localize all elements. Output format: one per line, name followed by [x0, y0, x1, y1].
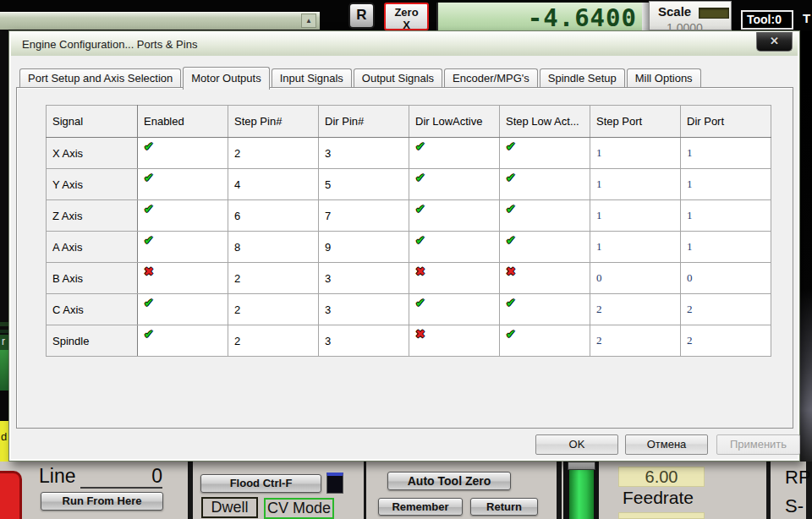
cell-step-port[interactable]: 0 — [590, 263, 681, 294]
row-label: Y Axis — [47, 169, 138, 200]
cell-step-low-active[interactable]: ✔ — [500, 169, 590, 200]
feedrate-label: Feedrate — [623, 488, 694, 508]
column-header-enabled: Enabled — [138, 106, 228, 138]
clipped-button-green-dark[interactable]: r — [0, 335, 8, 350]
cell-dir-low-active[interactable]: ✔ — [409, 232, 500, 263]
cell-step-pin[interactable]: 2 — [228, 138, 319, 169]
cell-step-low-active[interactable]: ✖ — [500, 263, 590, 294]
remember-button[interactable]: Remember — [378, 498, 463, 516]
cell-dir-low-active[interactable]: ✔ — [409, 294, 500, 325]
cell-step-low-active[interactable]: ✔ — [500, 294, 590, 325]
cell-dir-low-active[interactable]: ✖ — [409, 325, 500, 357]
clipped-sov-label: S-o — [785, 495, 812, 519]
x-axis-dro[interactable]: -4.6400 — [436, 3, 642, 30]
run-from-here-button[interactable]: Run From Here — [41, 492, 163, 511]
cell-dir-pin[interactable]: 3 — [319, 138, 409, 169]
step-low-active-check-icon: ✔ — [506, 296, 516, 309]
line-number-dro[interactable]: 0 — [144, 465, 162, 488]
return-button[interactable]: Return — [470, 498, 538, 516]
cell-enabled[interactable]: ✔ — [138, 232, 228, 263]
feedrate-slider-bar[interactable] — [569, 470, 594, 519]
ref-r-button[interactable]: R — [348, 3, 375, 29]
zero-x-label-line1: Zero — [386, 6, 427, 19]
cell-enabled[interactable]: ✔ — [138, 294, 228, 325]
cell-step-pin[interactable]: 2 — [228, 294, 319, 325]
cell-step-port[interactable]: 2 — [590, 294, 681, 325]
gcode-scrollbar-track[interactable] — [0, 12, 320, 30]
tab-encoder-mpgs[interactable]: Encoder/MPG's — [444, 68, 538, 88]
close-button[interactable]: ✕ — [756, 32, 793, 52]
cell-dir-port[interactable]: 2 — [681, 294, 771, 325]
dialog-title: Engine Configuration... Ports & Pins — [22, 38, 197, 51]
cell-dir-pin[interactable]: 3 — [319, 263, 409, 294]
cell-step-low-active[interactable]: ✔ — [500, 232, 590, 263]
cell-step-port[interactable]: 1 — [590, 232, 681, 263]
flood-button[interactable]: Flood Ctrl-F — [200, 474, 321, 493]
tab-spindle-setup[interactable]: Spindle Setup — [540, 68, 625, 88]
column-header-signal: Signal — [47, 106, 138, 138]
cell-dir-pin[interactable]: 3 — [319, 294, 409, 325]
cell-step-port[interactable]: 1 — [590, 169, 681, 200]
motor-outputs-page: SignalEnabledStep Pin#Dir Pin#Dir LowAct… — [16, 87, 793, 429]
cell-dir-pin[interactable]: 3 — [319, 325, 409, 357]
right-edge-strip — [800, 30, 812, 462]
table-row-x-axis: X Axis✔23✔✔11 — [47, 138, 771, 169]
dialog-titlebar[interactable]: Engine Configuration... Ports & Pins — [11, 33, 798, 56]
cell-dir-port[interactable]: 1 — [681, 169, 771, 200]
ports-and-pins-dialog: Engine Configuration... Ports & Pins ✕ P… — [8, 30, 800, 462]
column-header-dir-port: Dir Port — [681, 106, 771, 138]
cell-step-pin[interactable]: 6 — [228, 200, 319, 232]
cell-step-pin[interactable]: 2 — [228, 325, 319, 357]
cell-dir-low-active[interactable]: ✔ — [409, 138, 500, 169]
cell-dir-pin[interactable]: 5 — [319, 169, 409, 200]
cell-enabled[interactable]: ✔ — [138, 325, 228, 357]
tool-number-display: Tool:0 — [741, 10, 793, 30]
cell-dir-port[interactable]: 2 — [681, 325, 771, 357]
cell-step-low-active[interactable]: ✔ — [500, 325, 590, 357]
cv-mode-indicator: CV Mode — [264, 498, 334, 519]
cell-step-port[interactable]: 1 — [590, 138, 681, 169]
cell-dir-port[interactable]: 1 — [681, 232, 771, 263]
cell-step-pin[interactable]: 8 — [228, 232, 319, 263]
cell-dir-low-active[interactable]: ✖ — [409, 263, 500, 294]
cell-dir-port[interactable]: 1 — [681, 200, 771, 232]
cell-enabled[interactable]: ✔ — [138, 169, 228, 200]
cell-enabled[interactable]: ✖ — [138, 263, 228, 294]
auto-tool-zero-button[interactable]: Auto Tool Zero — [387, 472, 511, 490]
cell-dir-port[interactable]: 1 — [681, 138, 771, 169]
cell-dir-port[interactable]: 0 — [681, 263, 771, 294]
cell-enabled[interactable]: ✔ — [138, 200, 228, 232]
panel-divider — [364, 462, 366, 519]
clipped-button-green[interactable] — [0, 350, 8, 391]
tab-mill-options[interactable]: Mill Options — [627, 68, 701, 88]
cancel-button[interactable]: Отмена — [625, 434, 708, 455]
cell-step-port[interactable]: 1 — [590, 200, 681, 232]
scale-value[interactable]: 1.0000 — [667, 21, 703, 30]
enabled-check-icon: ✔ — [144, 233, 154, 247]
tab-motor-outputs[interactable]: Motor Outputs — [183, 67, 269, 90]
cell-step-low-active[interactable]: ✔ — [500, 200, 590, 232]
tab-output-signals[interactable]: Output Signals — [354, 68, 442, 88]
tab-input-signals[interactable]: Input Signals — [272, 68, 352, 88]
clipped-stripe — [0, 330, 8, 333]
feedrate-dro[interactable]: 6.00 — [618, 467, 705, 487]
cell-dir-low-active[interactable]: ✔ — [409, 169, 500, 200]
cell-step-port[interactable]: 2 — [590, 325, 681, 357]
clipped-button-red[interactable] — [0, 471, 22, 519]
feedrate-slider-handle[interactable] — [568, 462, 595, 470]
ok-button[interactable]: OK — [535, 434, 618, 455]
line-dro-underline — [80, 487, 162, 489]
scroll-up-arrow-icon[interactable]: ▲ — [301, 14, 316, 28]
cell-step-low-active[interactable]: ✔ — [500, 138, 590, 169]
cell-step-pin[interactable]: 4 — [228, 169, 319, 200]
apply-button[interactable]: Применить — [716, 434, 800, 455]
cell-enabled[interactable]: ✔ — [138, 138, 228, 169]
cell-dir-pin[interactable]: 7 — [319, 200, 409, 232]
dwell-indicator: Dwell — [201, 497, 258, 518]
cell-step-pin[interactable]: 2 — [228, 263, 319, 294]
cell-dir-low-active[interactable]: ✔ — [409, 200, 500, 232]
table-header-row: SignalEnabledStep Pin#Dir Pin#Dir LowAct… — [47, 106, 771, 138]
zero-x-button[interactable]: Zero X — [384, 3, 429, 30]
tab-port-setup[interactable]: Port Setup and Axis Selection — [19, 68, 181, 88]
cell-dir-pin[interactable]: 9 — [319, 232, 409, 263]
